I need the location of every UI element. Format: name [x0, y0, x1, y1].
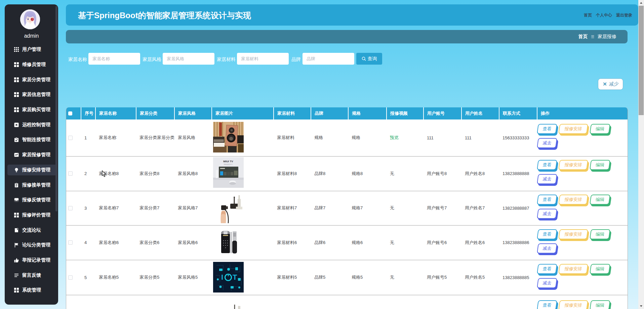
- svg-text:MIUI TV: MIUI TV: [223, 160, 233, 163]
- svg-text:智能家庭中心: 智能家庭中心: [224, 163, 233, 165]
- svg-text:I: I: [221, 273, 223, 281]
- svg-text:T: T: [233, 273, 237, 281]
